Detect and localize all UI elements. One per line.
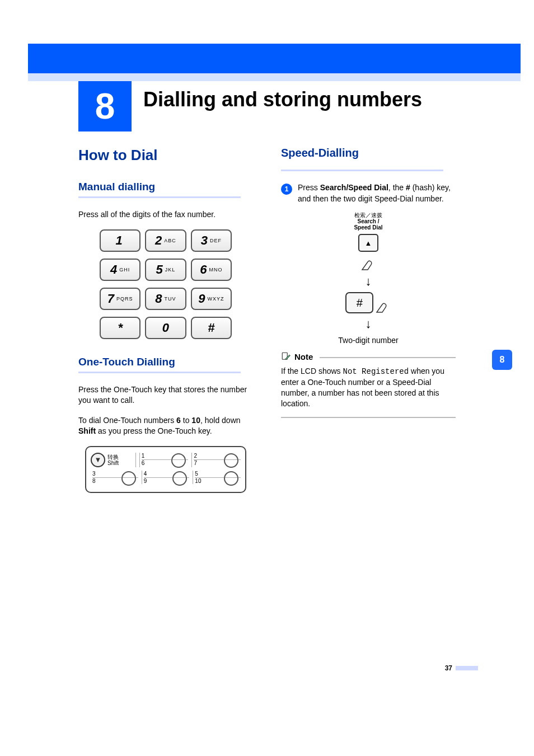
header-light-bar <box>28 73 521 81</box>
finger-press-icon <box>374 298 391 313</box>
page-number: 37 <box>445 664 452 672</box>
one-touch-key-3-8: 3 8 <box>91 471 138 484</box>
manual-dialling-intro: Press all of the digits of the fax numbe… <box>78 209 253 220</box>
shift-key: ▼ 转换 Shift <box>91 453 136 467</box>
one-touch-key-5-10: 5 10 <box>193 471 241 484</box>
key-7: 7PQRS <box>100 288 140 310</box>
header-blue-bar <box>28 44 521 73</box>
manual-dialling-block: Manual dialling Press all of the digits … <box>78 181 253 339</box>
one-touch-p2: To dial One-Touch numbers 6 to 10, hold … <box>78 415 253 437</box>
section-how-to-dial: How to Dial <box>78 147 253 164</box>
heading-one-touch: One-Touch Dialling <box>78 356 253 368</box>
key-5: 5JKL <box>145 259 186 281</box>
speed-dial-key-label: 检索／速拨 Search / Speed Dial <box>354 212 382 231</box>
note-body: If the LCD shows Not Registered when you… <box>281 361 456 418</box>
heading-underline <box>78 196 241 198</box>
speed-dial-illustration: 检索／速拨 Search / Speed Dial ▲ ↓ # ↓ Two-di… <box>281 212 456 345</box>
note-pencil-icon <box>281 351 291 361</box>
manual-page: 8 Dialling and storing numbers How to Di… <box>0 0 534 756</box>
note-block: Note If the LCD shows Not Registered whe… <box>281 351 456 418</box>
key-8: 8TUV <box>145 288 186 310</box>
key-hash: # <box>191 317 232 339</box>
left-column: How to Dial Manual dialling Press all of… <box>78 147 253 510</box>
key-3: 3DEF <box>191 229 232 252</box>
chapter-title: Dialling and storing numbers <box>143 88 422 111</box>
step-1: 1 Press Search/Speed Dial, the # (hash) … <box>281 182 456 204</box>
chapter-number-badge: 8 <box>78 81 132 132</box>
key-0: 0 <box>145 317 186 339</box>
key-star: * <box>100 317 140 339</box>
one-touch-panel: ▼ 转换 Shift 1 6 2 <box>85 446 246 493</box>
key-4: 4GHI <box>100 259 140 281</box>
note-header-line <box>320 357 456 358</box>
arrow-down-icon: ↓ <box>366 274 372 289</box>
right-column: Speed-Dialling 1 Press Search/Speed Dial… <box>281 147 456 510</box>
heading-manual-dialling: Manual dialling <box>78 181 253 193</box>
up-arrow-key-icon: ▲ <box>358 234 378 252</box>
one-touch-key-4-9: 4 9 <box>142 471 190 484</box>
shift-arrow-icon: ▼ <box>91 453 105 467</box>
heading-speed-dialling: Speed-Dialling <box>281 147 456 159</box>
heading-underline <box>281 170 443 171</box>
one-touch-p1: Press the One-Touch key that stores the … <box>78 384 253 406</box>
keypad-illustration: 1 2ABC 3DEF 4GHI 5JKL 6MNO 7PQRS 8TUV 9W… <box>100 229 232 339</box>
page-number-bar <box>456 666 478 670</box>
one-touch-block: One-Touch Dialling Press the One-Touch k… <box>78 356 253 493</box>
key-9: 9WXYZ <box>191 288 232 310</box>
note-title: Note <box>294 352 313 361</box>
two-digit-label: Two-digit number <box>338 336 398 345</box>
hash-key-icon: # <box>345 292 373 313</box>
content-columns: How to Dial Manual dialling Press all of… <box>78 147 465 510</box>
one-touch-key-1-6: 1 6 <box>139 453 189 467</box>
key-1: 1 <box>100 229 140 252</box>
page-number-block: 37 <box>445 664 478 672</box>
key-2: 2ABC <box>145 229 186 252</box>
key-6: 6MNO <box>191 259 232 281</box>
chapter-side-tab: 8 <box>492 350 512 370</box>
arrow-down-icon: ↓ <box>366 317 372 331</box>
step-number-badge: 1 <box>281 184 292 195</box>
step-1-text: Press Search/Speed Dial, the # (hash) ke… <box>298 182 456 204</box>
finger-press-icon <box>360 255 377 271</box>
one-touch-key-2-7: 2 7 <box>191 453 241 467</box>
heading-underline <box>78 372 241 373</box>
